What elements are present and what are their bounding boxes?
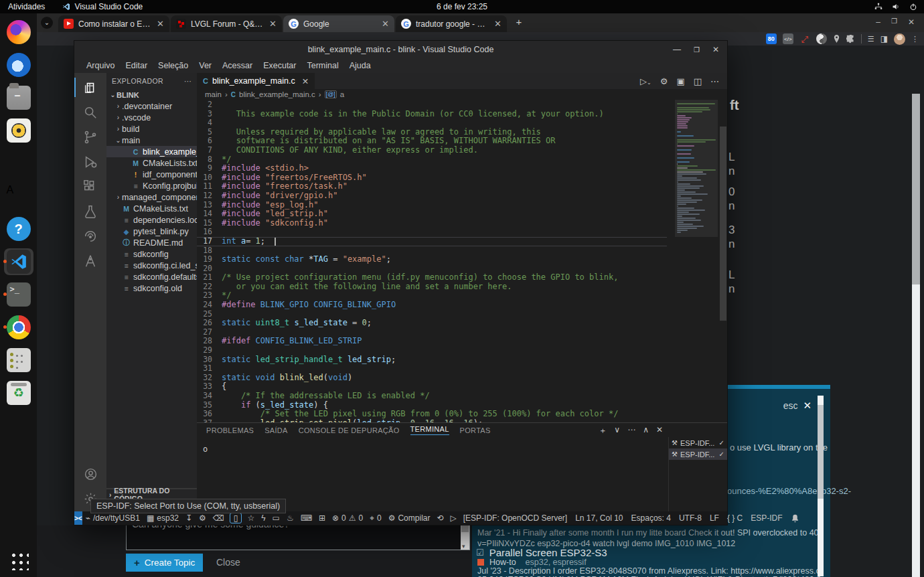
panel-tab-problemas[interactable]: PROBLEMAS: [206, 426, 254, 434]
files-launcher[interactable]: [4, 84, 33, 111]
result-meta[interactable]: Mar '21 - Hi Finally after some month I …: [477, 528, 820, 538]
ubuntu-software-launcher[interactable]: A: [4, 183, 33, 210]
code-editor[interactable]: 23 This example code is in the Public Do…: [197, 100, 727, 422]
code-line-23[interactable]: 23*/: [197, 291, 667, 301]
remote-indicator[interactable]: ><: [74, 511, 82, 525]
tab-search-button[interactable]: ⌄: [41, 17, 53, 29]
tree-item--devcontainer[interactable]: ›.devcontainer: [106, 100, 197, 112]
volume-icon[interactable]: [892, 3, 900, 11]
menu-terminal[interactable]: Terminal: [302, 60, 344, 72]
page-scrollbar[interactable]: [912, 94, 920, 577]
browser-tab-4[interactable]: Gtradutor google - Pesqui✕: [396, 15, 507, 32]
editor-scrollbar[interactable]: [720, 127, 726, 321]
menu-ver[interactable]: Ver: [194, 60, 217, 72]
chrome-launcher[interactable]: [4, 314, 33, 341]
settings-list-launcher[interactable]: [4, 347, 33, 374]
status-espidf-version[interactable]: ESP-IDF: [747, 511, 785, 525]
terminal-session-1[interactable]: ⚒ESP-IDF...✓: [669, 437, 727, 448]
browser-restore-button[interactable]: ❐: [891, 17, 897, 27]
code-line-22[interactable]: 22 or you can edit the following line an…: [197, 282, 667, 292]
tab-counter-extension-icon[interactable]: 80: [766, 33, 777, 44]
terminal-dropdown-icon[interactable]: ∨: [614, 425, 620, 436]
status-full-clean[interactable]: ⌫: [210, 511, 228, 525]
tree-item-sdkconfig[interactable]: ≡sdkconfig: [106, 248, 197, 260]
code-line-16[interactable]: 16: [197, 228, 667, 237]
minimap[interactable]: [675, 100, 718, 422]
profile-avatar[interactable]: [894, 33, 905, 45]
code-line-10[interactable]: 10#include "freertos/FreeRTOS.h": [197, 173, 667, 183]
tree-item-dependencies-lock[interactable]: ≡dependencies.lock: [106, 214, 197, 226]
code-line-19[interactable]: 19static const char *TAG = "example";: [197, 255, 667, 264]
panel-close-icon[interactable]: ✕: [803, 400, 812, 412]
breadcrumb-symbol[interactable]: a: [340, 90, 344, 98]
code-line-17[interactable]: 17int a= 1;: [197, 237, 667, 246]
browser-minimize-button[interactable]: –: [876, 17, 880, 27]
tab-close-icon[interactable]: ✕: [494, 19, 502, 29]
status-indentation[interactable]: Espaços: 4: [628, 511, 674, 525]
activity-run-debug[interactable]: [74, 149, 106, 174]
status-encoding[interactable]: UTF-8: [676, 511, 705, 525]
activity-extensions[interactable]: [74, 174, 106, 199]
status-cursor-position[interactable]: Ln 17, Col 10: [572, 511, 626, 525]
panel-escape[interactable]: esc ✕: [783, 400, 812, 412]
power-icon[interactable]: [909, 3, 917, 11]
code-line-18[interactable]: 18: [197, 246, 667, 256]
tree-item-managed-components[interactable]: ›managed_components: [106, 191, 197, 203]
status-ports[interactable]: ⌖0: [366, 511, 384, 525]
create-topic-button[interactable]: + Create Topic: [126, 554, 203, 572]
browser-tab-2[interactable]: LVGL Forum - Q&A about✕: [171, 15, 282, 32]
code-line-34[interactable]: 34 /* If the addressable LED is enabled …: [197, 392, 667, 401]
code-line-4[interactable]: 4: [197, 118, 667, 128]
tab-close-icon[interactable]: ✕: [382, 19, 389, 29]
extensions-puzzle-icon[interactable]: [846, 35, 855, 44]
tree-item-idf-component-yml[interactable]: !idf_component.yml: [106, 169, 197, 180]
code-line-21[interactable]: 21/* Use project configuration menu (idf…: [197, 273, 667, 282]
code-line-20[interactable]: 20: [197, 264, 667, 274]
code-line-25[interactable]: 25: [197, 310, 667, 319]
activity-testing[interactable]: [74, 199, 106, 224]
tree-item-cmakelists-txt[interactable]: MCMakeLists.txt: [106, 157, 197, 169]
activities-button[interactable]: Atividades: [8, 2, 45, 11]
side-panel-icon[interactable]: ◨: [880, 35, 888, 43]
terminal-launcher[interactable]: >_: [4, 281, 33, 308]
code-line-11[interactable]: 11#include "freertos/task.h": [197, 182, 667, 191]
close-button[interactable]: ✕: [712, 45, 719, 54]
thunderbird-launcher[interactable]: [4, 52, 33, 78]
libreoffice-writer-launcher[interactable]: [4, 150, 33, 177]
menu-arquivo[interactable]: Arquivo: [81, 60, 120, 72]
code-line-8[interactable]: 8*/: [197, 155, 667, 165]
code-line-27[interactable]: 27: [197, 328, 667, 337]
panel-close-icon[interactable]: ✕: [656, 425, 663, 436]
status-flash-save[interactable]: ↧: [182, 511, 196, 525]
activity-explorer[interactable]: [74, 75, 106, 100]
tree-item-pytest-blink-py[interactable]: ◆pytest_blink.py: [106, 226, 197, 237]
code-line-24[interactable]: 24#define BLINK_GPIO CONFIG_BLINK_GPIO: [197, 301, 667, 310]
panel-tab-terminal[interactable]: TERMINAL: [410, 425, 449, 435]
code-line-31[interactable]: 31: [197, 364, 667, 374]
breadcrumb-folder[interactable]: main: [205, 90, 222, 98]
status-new-project[interactable]: ⊞: [315, 511, 329, 525]
code-line-33[interactable]: 33{: [197, 382, 667, 392]
firefox-launcher[interactable]: [4, 19, 33, 46]
new-tab-button[interactable]: +: [512, 15, 526, 28]
status-idf-settings[interactable]: ⚙: [196, 511, 210, 525]
vscode-titlebar[interactable]: blink_example_main.c - blink - Visual St…: [74, 41, 727, 58]
tab-close-icon[interactable]: ✕: [269, 19, 277, 29]
activity-account[interactable]: [74, 462, 106, 487]
panel-more-icon[interactable]: ⋯: [627, 425, 635, 436]
terminal-session-2[interactable]: ⚒ESP-IDF...✓: [669, 448, 727, 460]
status-bolt[interactable]: ϟ: [258, 511, 268, 525]
code-line-28[interactable]: 28#ifdef CONFIG_BLINK_LED_STRIP: [197, 337, 667, 346]
status-flash-method[interactable]: ▯: [230, 513, 242, 523]
menu-executar[interactable]: Executar: [258, 60, 301, 72]
status-run[interactable]: ▷: [447, 511, 460, 525]
code-line-29[interactable]: 29: [197, 346, 667, 355]
status-device-target[interactable]: ▦esp32: [143, 511, 182, 525]
tree-item-build[interactable]: ›build: [106, 123, 197, 135]
activity-search[interactable]: [74, 100, 106, 125]
status-eol[interactable]: LF: [706, 511, 722, 525]
tree-item-sdkconfig-defaults[interactable]: ≡sdkconfig.defaults: [106, 271, 197, 282]
panel-maximize-icon[interactable]: ∧: [643, 425, 649, 436]
topic-category[interactable]: How-to: [489, 558, 516, 567]
status-build[interactable]: ⚙Compilar: [385, 511, 434, 525]
